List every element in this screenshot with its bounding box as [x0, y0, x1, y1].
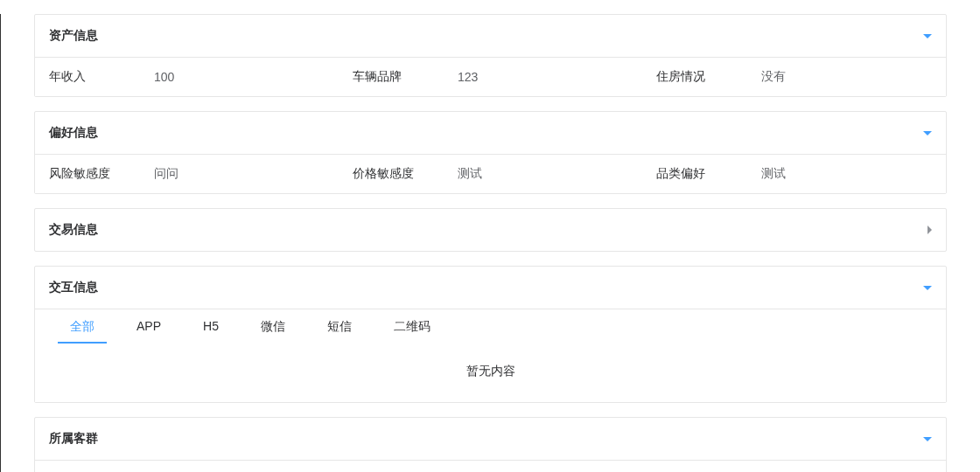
preference-row: 风险敏感度 问问 价格敏感度 测试 品类偏好 测试	[35, 155, 946, 193]
caret-right-icon	[928, 226, 932, 234]
asset-row: 年收入 100 车辆品牌 123 住房情况 没有	[35, 58, 946, 96]
panel-header-transaction[interactable]: 交易信息	[35, 209, 946, 251]
field-value: 测试	[458, 166, 642, 182]
tab-sms[interactable]: 短信	[306, 309, 373, 344]
panel-interaction-info: 交互信息 全部 APP H5 微信 短信 二维码 暂无内容	[34, 266, 947, 403]
caret-down-icon	[923, 286, 932, 290]
tab-qrcode[interactable]: 二维码	[373, 309, 452, 344]
field-value: 100	[154, 70, 339, 84]
panel-body-preference: 风险敏感度 问问 价格敏感度 测试 品类偏好 测试	[35, 154, 946, 193]
panel-transaction-info: 交易信息	[34, 208, 947, 252]
panel-title-asset: 资产信息	[49, 28, 98, 44]
panel-asset-info: 资产信息 年收入 100 车辆品牌 123 住房情况 没有	[34, 14, 947, 97]
field-label: 价格敏感度	[353, 166, 458, 182]
tab-all[interactable]: 全部	[49, 309, 116, 344]
tab-app[interactable]: APP	[116, 309, 182, 344]
pref-cell-price: 价格敏感度 测试	[339, 155, 642, 193]
field-value: 没有	[761, 69, 946, 85]
asset-cell-car: 车辆品牌 123	[339, 58, 642, 96]
field-label: 住房情况	[656, 69, 761, 85]
panel-body-group: 潜在客户	[35, 460, 946, 472]
panel-header-preference[interactable]: 偏好信息	[35, 112, 946, 154]
field-label: 车辆品牌	[353, 69, 458, 85]
field-label: 年收入	[49, 69, 154, 85]
field-label: 品类偏好	[656, 166, 761, 182]
asset-cell-income: 年收入 100	[35, 58, 339, 96]
field-value: 问问	[154, 166, 339, 182]
pref-cell-category: 品类偏好 测试	[642, 155, 946, 193]
panel-title-interaction: 交互信息	[49, 280, 98, 295]
panel-header-interaction[interactable]: 交互信息	[35, 267, 946, 309]
caret-down-icon	[923, 131, 932, 135]
panel-title-preference: 偏好信息	[49, 125, 98, 141]
tab-h5[interactable]: H5	[182, 309, 240, 344]
field-value: 测试	[761, 166, 946, 182]
interaction-empty-text: 暂无内容	[35, 344, 946, 402]
tab-wechat[interactable]: 微信	[240, 309, 306, 344]
panel-preference-info: 偏好信息 风险敏感度 问问 价格敏感度 测试 品类偏好 测试	[34, 111, 947, 194]
panel-title-transaction: 交易信息	[49, 222, 98, 238]
field-label: 风险敏感度	[49, 166, 154, 182]
panel-header-asset[interactable]: 资产信息	[35, 15, 946, 57]
panel-title-group: 所属客群	[49, 431, 98, 447]
panel-body-asset: 年收入 100 车辆品牌 123 住房情况 没有	[35, 57, 946, 96]
interaction-tabs: 全部 APP H5 微信 短信 二维码	[35, 309, 946, 344]
caret-down-icon	[923, 34, 932, 38]
field-value: 123	[458, 70, 642, 84]
panel-customer-group: 所属客群 潜在客户	[34, 417, 947, 472]
caret-down-icon	[923, 437, 932, 441]
panel-body-interaction: 全部 APP H5 微信 短信 二维码 暂无内容	[35, 309, 946, 402]
asset-cell-house: 住房情况 没有	[642, 58, 946, 96]
group-tags: 潜在客户	[35, 461, 946, 472]
panel-header-group[interactable]: 所属客群	[35, 418, 946, 460]
pref-cell-risk: 风险敏感度 问问	[35, 155, 339, 193]
